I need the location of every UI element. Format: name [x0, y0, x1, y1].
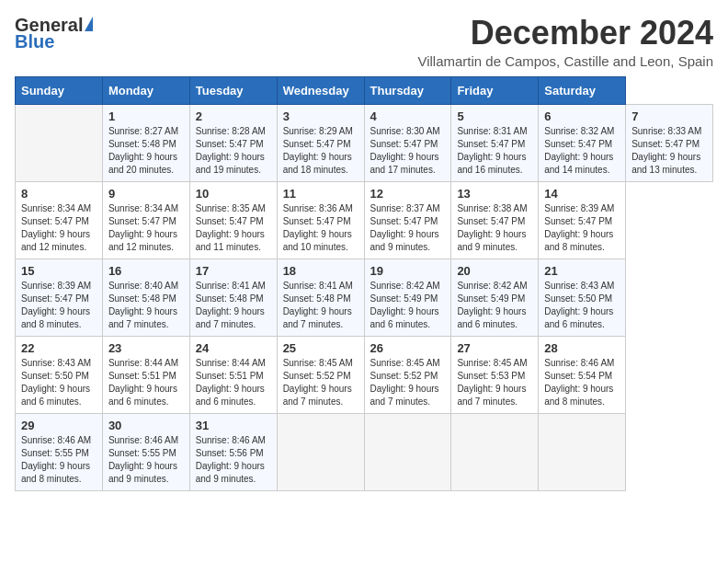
- calendar-day-header: Tuesday: [189, 76, 277, 104]
- calendar-day-cell: 5 Sunrise: 8:31 AMSunset: 5:47 PMDayligh…: [451, 104, 539, 181]
- calendar-week-row: 1 Sunrise: 8:27 AMSunset: 5:48 PMDayligh…: [16, 104, 713, 181]
- calendar-day-cell: 6 Sunrise: 8:32 AMSunset: 5:47 PMDayligh…: [539, 104, 626, 181]
- calendar-day-cell: 8 Sunrise: 8:34 AMSunset: 5:47 PMDayligh…: [16, 181, 103, 259]
- day-number: 14: [544, 187, 620, 201]
- calendar-week-row: 8 Sunrise: 8:34 AMSunset: 5:47 PMDayligh…: [16, 181, 713, 259]
- day-number: 16: [108, 264, 185, 278]
- day-number: 3: [283, 109, 359, 123]
- day-info: Sunrise: 8:41 AMSunset: 5:48 PMDaylight:…: [283, 281, 353, 329]
- day-number: 15: [21, 264, 97, 278]
- header: General Blue December 2024 Villamartin d…: [15, 15, 713, 69]
- day-number: 18: [283, 264, 359, 278]
- day-info: Sunrise: 8:41 AMSunset: 5:48 PMDaylight:…: [196, 281, 266, 329]
- day-info: Sunrise: 8:39 AMSunset: 5:47 PMDaylight:…: [21, 281, 91, 329]
- day-info: Sunrise: 8:45 AMSunset: 5:53 PMDaylight:…: [457, 358, 527, 407]
- day-number: 6: [544, 109, 620, 123]
- calendar-day-header: Friday: [451, 76, 539, 104]
- logo: General Blue: [15, 15, 93, 52]
- day-number: 26: [370, 341, 447, 355]
- calendar-day-cell: [364, 413, 451, 490]
- day-info: Sunrise: 8:27 AMSunset: 5:48 PMDaylight:…: [108, 126, 178, 175]
- calendar-day-cell: 3 Sunrise: 8:29 AMSunset: 5:47 PMDayligh…: [277, 104, 364, 181]
- day-info: Sunrise: 8:42 AMSunset: 5:49 PMDaylight:…: [457, 281, 527, 329]
- day-number: 11: [283, 187, 359, 201]
- calendar-day-cell: 21 Sunrise: 8:43 AMSunset: 5:50 PMDaylig…: [539, 259, 626, 336]
- logo-blue: Blue: [15, 31, 54, 52]
- day-info: Sunrise: 8:34 AMSunset: 5:47 PMDaylight:…: [108, 203, 178, 252]
- day-info: Sunrise: 8:37 AMSunset: 5:47 PMDaylight:…: [370, 203, 440, 252]
- calendar-day-cell: 15 Sunrise: 8:39 AMSunset: 5:47 PMDaylig…: [16, 259, 103, 336]
- day-info: Sunrise: 8:39 AMSunset: 5:47 PMDaylight:…: [544, 203, 614, 252]
- calendar-day-cell: 22 Sunrise: 8:43 AMSunset: 5:50 PMDaylig…: [16, 336, 103, 413]
- calendar-day-cell: 12 Sunrise: 8:37 AMSunset: 5:47 PMDaylig…: [364, 181, 451, 259]
- calendar-day-cell: 11 Sunrise: 8:36 AMSunset: 5:47 PMDaylig…: [277, 181, 364, 259]
- day-info: Sunrise: 8:46 AMSunset: 5:54 PMDaylight:…: [544, 358, 614, 407]
- day-info: Sunrise: 8:40 AMSunset: 5:48 PMDaylight:…: [108, 281, 178, 329]
- logo-triangle-icon: [85, 17, 93, 31]
- calendar-day-header: Thursday: [364, 76, 451, 104]
- calendar-day-cell: 4 Sunrise: 8:30 AMSunset: 5:47 PMDayligh…: [364, 104, 451, 181]
- calendar-day-cell: 25 Sunrise: 8:45 AMSunset: 5:52 PMDaylig…: [277, 336, 364, 413]
- day-number: 20: [457, 264, 533, 278]
- month-title: December 2024: [417, 15, 713, 52]
- day-number: 7: [631, 109, 708, 123]
- calendar-day-cell: 14 Sunrise: 8:39 AMSunset: 5:47 PMDaylig…: [539, 181, 626, 259]
- calendar-day-cell: 30 Sunrise: 8:46 AMSunset: 5:55 PMDaylig…: [102, 413, 189, 490]
- day-number: 27: [457, 341, 533, 355]
- day-number: 30: [108, 419, 185, 432]
- day-info: Sunrise: 8:33 AMSunset: 5:47 PMDaylight:…: [631, 126, 701, 175]
- day-info: Sunrise: 8:32 AMSunset: 5:47 PMDaylight:…: [544, 126, 614, 175]
- calendar-day-header: Monday: [102, 76, 189, 104]
- day-number: 10: [196, 187, 272, 201]
- calendar-day-header: Wednesday: [277, 76, 364, 104]
- calendar-week-row: 29 Sunrise: 8:46 AMSunset: 5:55 PMDaylig…: [16, 413, 713, 490]
- calendar-day-cell: [539, 413, 626, 490]
- day-info: Sunrise: 8:36 AMSunset: 5:47 PMDaylight:…: [283, 203, 353, 252]
- day-info: Sunrise: 8:30 AMSunset: 5:47 PMDaylight:…: [370, 126, 440, 175]
- day-number: 1: [108, 109, 185, 123]
- day-info: Sunrise: 8:45 AMSunset: 5:52 PMDaylight:…: [283, 358, 353, 407]
- day-number: 9: [108, 187, 185, 201]
- day-number: 29: [21, 419, 97, 432]
- calendar-header-row: SundayMondayTuesdayWednesdayThursdayFrid…: [16, 76, 713, 104]
- calendar-day-cell: [451, 413, 539, 490]
- calendar-week-row: 22 Sunrise: 8:43 AMSunset: 5:50 PMDaylig…: [16, 336, 713, 413]
- day-number: 2: [196, 109, 272, 123]
- day-number: 12: [370, 187, 447, 201]
- calendar-day-header: Sunday: [16, 76, 103, 104]
- calendar-day-cell: 7 Sunrise: 8:33 AMSunset: 5:47 PMDayligh…: [626, 104, 713, 181]
- calendar-day-cell: 24 Sunrise: 8:44 AMSunset: 5:51 PMDaylig…: [189, 336, 277, 413]
- day-info: Sunrise: 8:34 AMSunset: 5:47 PMDaylight:…: [21, 203, 91, 252]
- day-info: Sunrise: 8:46 AMSunset: 5:55 PMDaylight:…: [21, 435, 91, 484]
- day-info: Sunrise: 8:45 AMSunset: 5:52 PMDaylight:…: [370, 358, 440, 407]
- calendar-day-cell: 1 Sunrise: 8:27 AMSunset: 5:48 PMDayligh…: [102, 104, 189, 181]
- calendar-day-cell: [277, 413, 364, 490]
- day-number: 28: [544, 341, 620, 355]
- day-number: 22: [21, 341, 97, 355]
- day-info: Sunrise: 8:29 AMSunset: 5:47 PMDaylight:…: [283, 126, 353, 175]
- day-info: Sunrise: 8:44 AMSunset: 5:51 PMDaylight:…: [196, 358, 266, 407]
- calendar-day-cell: 13 Sunrise: 8:38 AMSunset: 5:47 PMDaylig…: [451, 181, 539, 259]
- calendar-day-cell: 16 Sunrise: 8:40 AMSunset: 5:48 PMDaylig…: [102, 259, 189, 336]
- day-number: 8: [21, 187, 97, 201]
- calendar-day-cell: 23 Sunrise: 8:44 AMSunset: 5:51 PMDaylig…: [102, 336, 189, 413]
- calendar-day-cell: 28 Sunrise: 8:46 AMSunset: 5:54 PMDaylig…: [539, 336, 626, 413]
- day-info: Sunrise: 8:42 AMSunset: 5:49 PMDaylight:…: [370, 281, 440, 329]
- calendar-day-cell: 27 Sunrise: 8:45 AMSunset: 5:53 PMDaylig…: [451, 336, 539, 413]
- calendar-day-cell: 19 Sunrise: 8:42 AMSunset: 5:49 PMDaylig…: [364, 259, 451, 336]
- day-info: Sunrise: 8:44 AMSunset: 5:51 PMDaylight:…: [108, 358, 178, 407]
- calendar-day-cell: 18 Sunrise: 8:41 AMSunset: 5:48 PMDaylig…: [277, 259, 364, 336]
- day-info: Sunrise: 8:35 AMSunset: 5:47 PMDaylight:…: [196, 203, 266, 252]
- day-number: 23: [108, 341, 185, 355]
- location-title: Villamartin de Campos, Castille and Leon…: [417, 53, 713, 69]
- calendar-body: 1 Sunrise: 8:27 AMSunset: 5:48 PMDayligh…: [16, 104, 713, 490]
- day-info: Sunrise: 8:38 AMSunset: 5:47 PMDaylight:…: [457, 203, 527, 252]
- day-number: 25: [283, 341, 359, 355]
- calendar-day-cell: 29 Sunrise: 8:46 AMSunset: 5:55 PMDaylig…: [16, 413, 103, 490]
- calendar-day-cell: 10 Sunrise: 8:35 AMSunset: 5:47 PMDaylig…: [189, 181, 277, 259]
- title-area: December 2024 Villamartin de Campos, Cas…: [417, 15, 713, 69]
- calendar-table: SundayMondayTuesdayWednesdayThursdayFrid…: [15, 76, 713, 491]
- calendar-day-cell: 31 Sunrise: 8:46 AMSunset: 5:56 PMDaylig…: [189, 413, 277, 490]
- day-number: 31: [196, 419, 272, 432]
- day-number: 21: [544, 264, 620, 278]
